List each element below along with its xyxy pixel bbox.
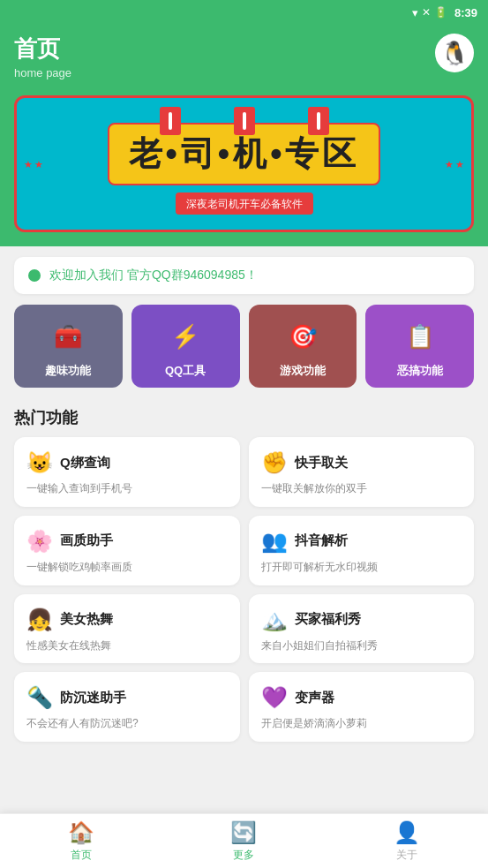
banner[interactable]: ★★ ★★ 老•司•机•专区 深夜老司机开车必备软件 [14,95,474,232]
banner-sub-label: 深夜老司机开车必备软件 [186,198,303,210]
feature-voice-changer-name: 变声器 [295,690,334,706]
feature-graphics-header: 🌸 画质助手 [26,528,228,555]
category-qq-icon: ⚡ [166,317,205,356]
star-right: ★★ [445,158,464,170]
feature-graphics-name: 画质助手 [60,532,113,549]
time-display: 8:39 [454,6,477,19]
banner-sub-text-box: 深夜老司机开车必备软件 [176,192,313,215]
feature-beauty-dance-desc: 性感美女在线热舞 [26,638,228,653]
feature-voice-changer-icon: 💜 [261,684,288,711]
feature-voice-changer-desc: 开启便是娇滴滴小萝莉 [261,716,462,731]
nav-about-label: 关于 [396,848,417,863]
feature-kuaishou-header: ✊ 快手取关 [261,449,462,476]
page-title: 首页 [14,34,71,64]
category-fun-icon: 🧰 [49,317,87,356]
feature-kuaishou-desc: 一键取关解放你的双手 [261,481,462,496]
star-left: ★★ [24,158,43,170]
banner-container: ★★ ★★ 老•司•机•专区 深夜老司机开车必备软件 [0,95,488,246]
battery-icon: 🔋 [434,6,447,19]
feature-kuaishou[interactable]: ✊ 快手取关 一键取关解放你的双手 [249,437,475,507]
feature-q-bind-desc: 一键输入查询到手机号 [26,481,228,496]
feature-buyer-show-icon: 🏔️ [261,607,288,633]
banner-main-label: 老•司•机•专区 [129,135,360,172]
main-content: ★★ ★★ 老•司•机•专区 深夜老司机开车必备软件 欢迎加入我们 官方QQ群9… [0,95,488,815]
notice-dot [28,269,41,282]
feature-beauty-dance[interactable]: 👧 美女热舞 性感美女在线热舞 [14,594,240,664]
avatar-icon: 🐧 [440,40,469,67]
category-fun[interactable]: 🧰 趣味功能 [14,305,123,388]
feature-beauty-dance-header: 👧 美女热舞 [26,607,228,633]
feature-douyin-desc: 打开即可解析无水印视频 [261,560,462,575]
feature-anti-sink-header: 🔦 防沉迷助手 [26,684,228,711]
wifi-icon: ▾ [412,6,418,19]
feature-douyin[interactable]: 👥 抖音解析 打开即可解析无水印视频 [249,516,475,585]
status-icons: ▾ ✕ 🔋 8:39 [412,6,477,19]
feature-beauty-dance-icon: 👧 [26,607,53,633]
feature-q-bind-name: Q绑查询 [60,455,110,472]
nav-home-icon: 🏠 [68,820,94,845]
feature-anti-sink-desc: 不会还有人有防沉迷吧? [26,716,228,731]
banner-dot-2 [234,107,255,135]
signal-off-icon: ✕ [422,6,431,19]
feature-anti-sink[interactable]: 🔦 防沉迷助手 不会还有人有防沉迷吧? [14,672,240,742]
feature-graphics-desc: 一键解锁吃鸡帧率画质 [26,560,228,575]
category-qq-label: QQ工具 [165,363,206,379]
banner-decorations [160,107,329,135]
banner-dot-1 [160,107,181,135]
feature-voice-changer-header: 💜 变声器 [261,684,462,711]
feature-buyer-show-header: 🏔️ 买家福利秀 [261,607,462,633]
notice-bar[interactable]: 欢迎加入我们 官方QQ群946094985！ [14,257,474,294]
header-title-block: 首页 home page [14,34,71,79]
hot-section-header: 热门功能 [0,402,488,437]
nav-home[interactable]: 🏠 首页 [0,814,162,868]
feature-buyer-show-desc: 来自小姐姐们自拍福利秀 [261,638,462,653]
features-grid: 😺 Q绑查询 一键输入查询到手机号 ✊ 快手取关 一键取关解放你的双手 🌸 画质… [14,437,474,742]
feature-q-bind[interactable]: 😺 Q绑查询 一键输入查询到手机号 [14,437,240,507]
feature-buyer-show[interactable]: 🏔️ 买家福利秀 来自小姐姐们自拍福利秀 [249,594,475,664]
feature-anti-sink-name: 防沉迷助手 [60,690,126,706]
feature-voice-changer[interactable]: 💜 变声器 开启便是娇滴滴小萝莉 [249,672,475,742]
nav-more-icon: 🔄 [230,820,257,845]
feature-douyin-name: 抖音解析 [295,532,348,549]
nav-about-icon: 👤 [394,820,420,845]
feature-graphics-icon: 🌸 [26,528,53,555]
status-bar: ▾ ✕ 🔋 8:39 [0,0,488,25]
feature-q-bind-header: 😺 Q绑查询 [26,449,228,476]
page-subtitle: home page [14,66,71,79]
banner-dot-3 [308,107,329,135]
nav-about[interactable]: 👤 关于 [326,814,488,868]
category-grid: 🧰 趣味功能 ⚡ QQ工具 🎯 游戏功能 📋 恶搞功能 [14,305,474,388]
feature-graphics[interactable]: 🌸 画质助手 一键解锁吃鸡帧率画质 [14,516,240,585]
category-qq[interactable]: ⚡ QQ工具 [131,305,240,388]
bottom-nav: 🏠 首页 🔄 更多 👤 关于 [0,813,488,868]
category-game[interactable]: 🎯 游戏功能 [249,305,357,388]
category-prank-icon: 📋 [401,317,439,356]
avatar-button[interactable]: 🐧 [435,34,474,72]
category-game-icon: 🎯 [283,317,322,356]
feature-douyin-icon: 👥 [261,528,288,555]
feature-kuaishou-name: 快手取关 [295,455,348,472]
nav-home-label: 首页 [71,848,92,863]
category-fun-label: 趣味功能 [45,363,91,379]
nav-more-label: 更多 [233,848,254,863]
feature-douyin-header: 👥 抖音解析 [261,528,462,555]
feature-q-bind-icon: 😺 [26,449,53,476]
notice-text: 欢迎加入我们 官方QQ群946094985！ [49,268,258,283]
feature-kuaishou-icon: ✊ [261,449,288,476]
category-prank[interactable]: 📋 恶搞功能 [365,305,474,388]
category-game-label: 游戏功能 [280,363,326,379]
feature-buyer-show-name: 买家福利秀 [295,611,361,628]
nav-more[interactable]: 🔄 更多 [162,814,325,868]
feature-anti-sink-icon: 🔦 [26,684,53,711]
hot-section-title: 热门功能 [14,409,78,426]
category-prank-label: 恶搞功能 [397,363,443,379]
feature-beauty-dance-name: 美女热舞 [60,611,113,628]
app-header: 首页 home page 🐧 [0,25,488,95]
